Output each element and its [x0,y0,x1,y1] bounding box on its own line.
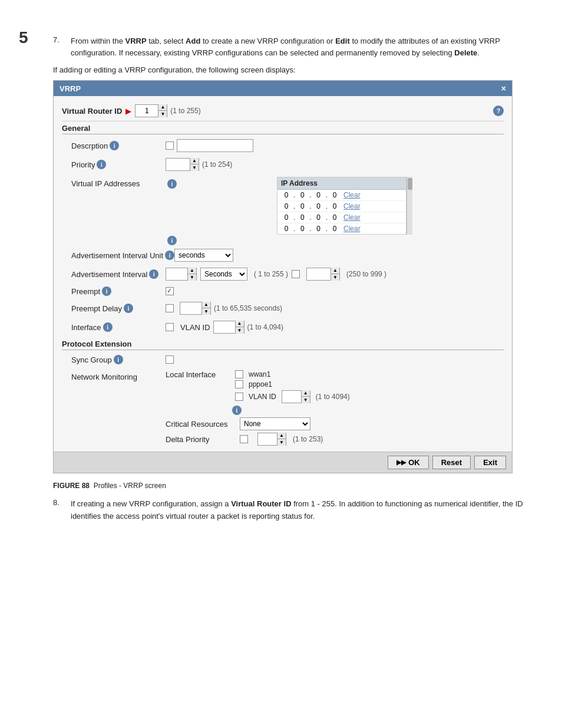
adv-interval-unit-select[interactable]: seconds milliseconds [174,249,233,262]
interface-vlan-spin[interactable]: 1 ▲ ▼ [213,321,244,334]
adv-interval-spin2-up[interactable]: ▲ [331,268,339,274]
interface-checkbox[interactable] [166,323,174,331]
interface-vlan-spin-down[interactable]: ▼ [236,327,244,334]
vip-extra-info-icon[interactable]: i [167,236,177,245]
adv-interval-spin1[interactable]: 1 ▲ ▼ [166,268,197,281]
figure-text: Profiles - VRRP screen [94,482,166,490]
delta-priority-spin-arrows[interactable]: ▲ ▼ [277,433,286,446]
vrrp-bold: VRRP [125,37,146,45]
ip-4-oct1[interactable] [280,225,293,233]
close-icon[interactable]: × [501,84,506,93]
critical-resources-select[interactable]: None [240,417,310,430]
priority-spin-down[interactable]: ▼ [190,164,199,171]
ip-3-clear[interactable]: Clear [343,213,361,222]
adv-interval-unit2-select[interactable]: Seconds [200,268,247,281]
ip-4-oct2[interactable] [296,225,309,233]
vrid-spin-arrows[interactable]: ▲ ▼ [158,104,167,117]
delta-priority-spin[interactable]: 1 ▲ ▼ [257,433,286,446]
pppoe1-checkbox[interactable] [235,380,243,388]
preempt-delay-spin[interactable]: 1 ▲ ▼ [180,302,211,315]
ip-1-oct4[interactable] [328,191,341,199]
ip-3-oct2[interactable] [296,213,309,222]
net-monitoring-row: Network Monitoring Local Interface wwan1 [62,370,504,446]
interface-vlan-spin-up[interactable]: ▲ [236,321,244,327]
adv-interval-input1[interactable]: 1 [166,268,187,280]
preempt-delay-spin-up[interactable]: ▲ [202,302,210,308]
vrid-spin-up[interactable]: ▲ [158,104,167,111]
preempt-delay-info-icon[interactable]: i [124,304,133,313]
ip-3-oct4[interactable] [328,213,341,222]
adv-unit-info-icon[interactable]: i [165,251,174,260]
delta-priority-input[interactable]: 1 [258,433,277,445]
description-info-icon[interactable]: i [110,141,119,150]
preempt-delay-spin-arrows[interactable]: ▲ ▼ [201,302,210,315]
adv-interval-spin1-up[interactable]: ▲ [188,268,196,274]
description-input[interactable] [177,139,253,152]
adv-interval-spin1-arrows[interactable]: ▲ ▼ [187,268,196,281]
ip-scrollbar[interactable] [406,177,412,235]
reset-button[interactable]: Reset [432,456,471,469]
ip-1-clear[interactable]: Clear [343,191,361,199]
vrid-spin[interactable]: 1 ▲ ▼ [135,104,167,117]
preempt-info-icon[interactable]: i [102,286,111,296]
step-8-number: 8. [53,498,71,523]
vlan-id-spin[interactable]: 1 ▲ ▼ [282,390,310,403]
vip-info-icon[interactable]: i [167,179,177,189]
adv-interval-spin1-down[interactable]: ▼ [188,274,196,281]
vlan-id-spin-arrows[interactable]: ▲ ▼ [301,390,310,403]
preempt-row: Preempt i [62,286,504,296]
adv-interval-spin2-down[interactable]: ▼ [331,274,339,281]
preempt-checkbox[interactable] [166,287,174,295]
sync-group-checkbox[interactable] [166,355,174,364]
preempt-delay-input[interactable]: 1 [180,302,201,314]
priority-input[interactable]: 100 [166,159,190,170]
vlan-checkbox[interactable] [235,393,243,401]
adv-interval-input2[interactable]: 250 [307,268,330,280]
ip-1-oct3[interactable] [312,191,325,199]
interface-info-icon[interactable]: i [103,322,113,332]
adv-interval-spin2[interactable]: 250 ▲ ▼ [306,268,340,281]
net-mon-info-icon[interactable]: i [232,406,242,415]
adv-interval-info-icon[interactable]: i [149,269,158,279]
ip-row-4: . . . Clear [277,223,406,234]
ip-2-oct3[interactable] [312,202,325,210]
ok-button[interactable]: ▶▶ OK [388,456,429,469]
wwan1-checkbox[interactable] [235,370,243,378]
ip-2-oct2[interactable] [296,202,309,210]
vlan-id-spin-down[interactable]: ▼ [302,397,310,403]
ip-2-oct4[interactable] [328,202,341,210]
vrid-input[interactable]: 1 [135,105,158,117]
interface-vlan-input[interactable]: 1 [214,321,235,333]
priority-spin[interactable]: 100 ▲ ▼ [166,158,199,171]
preempt-delay-spin-down[interactable]: ▼ [202,308,210,315]
ip-4-oct4[interactable] [328,225,341,233]
ip-1-oct2[interactable] [296,191,309,199]
priority-spin-up[interactable]: ▲ [190,158,199,164]
vrid-help-icon[interactable]: ? [493,106,504,116]
ip-1-oct1[interactable] [280,191,293,199]
exit-button[interactable]: Exit [474,456,506,469]
ip-4-oct3[interactable] [312,225,325,233]
vlan-id-spin-up[interactable]: ▲ [302,390,310,397]
adv-interval-spin2-arrows[interactable]: ▲ ▼ [330,268,339,281]
ip-4-clear[interactable]: Clear [343,225,361,233]
vrid-spin-down[interactable]: ▼ [158,111,167,117]
interface-vlan-spin-arrows[interactable]: ▲ ▼ [235,321,244,334]
delta-priority-spin-up[interactable]: ▲ [277,433,286,439]
description-row: Descrption i [62,139,504,152]
vlan-id-text: VLAN ID [249,393,276,401]
description-checkbox[interactable] [166,141,174,150]
vlan-id-net-input[interactable]: 1 [282,391,301,403]
priority-info-icon[interactable]: i [97,160,106,169]
ip-3-oct1[interactable] [280,213,293,222]
ip-address-table: IP Address . . . Clear [277,177,406,235]
ip-2-clear[interactable]: Clear [343,202,361,210]
ip-2-oct1[interactable] [280,202,293,210]
preempt-delay-checkbox[interactable] [166,304,174,312]
sync-group-info-icon[interactable]: i [114,355,123,364]
delta-priority-spin-down[interactable]: ▼ [277,439,286,446]
priority-spin-arrows[interactable]: ▲ ▼ [190,158,199,171]
ip-3-oct3[interactable] [312,213,325,222]
adv-interval-checkbox[interactable] [292,270,300,278]
delta-priority-checkbox[interactable] [240,435,248,443]
